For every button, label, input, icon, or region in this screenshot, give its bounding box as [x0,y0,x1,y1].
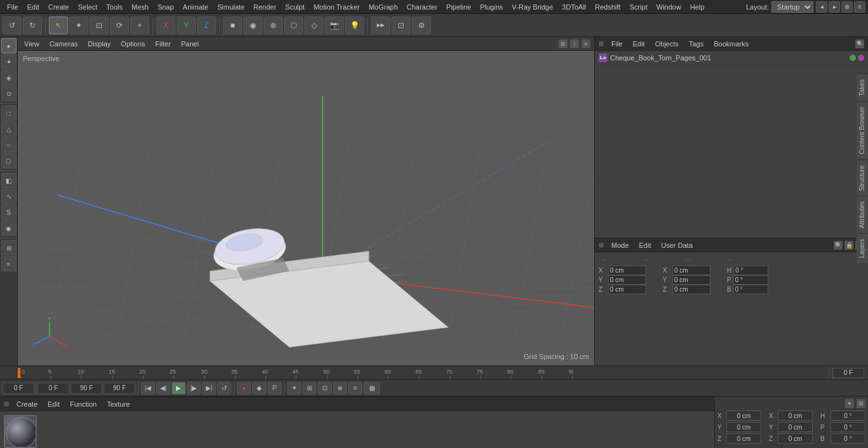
menu-file[interactable]: File [3,2,23,12]
vp-menu-view[interactable]: View [22,39,42,48]
mode-texture-btn[interactable]: ✦ [1,54,17,69]
current-frame-display[interactable] [832,368,864,378]
tool-edge-btn[interactable]: ○ [1,137,17,153]
anim-tool4-btn[interactable]: ⊗ [333,382,347,395]
coord-icon2[interactable]: ⊞ [857,399,865,408]
attr-b-field[interactable]: 0 ° [733,285,768,294]
move-tool-btn[interactable]: ✦ [69,17,88,34]
menu-mograph[interactable]: MoGraph [364,2,402,12]
nav-search-btn[interactable]: ⊕ [841,1,853,13]
anim-tool5-btn[interactable]: ≡ [348,382,362,395]
menu-snap[interactable]: Snap [153,2,179,12]
coord-h-field[interactable] [831,411,865,421]
anim-current-frame-field[interactable] [37,383,69,394]
coord-y2-field[interactable] [778,422,813,432]
axis-z-btn[interactable]: Z [197,17,216,34]
anim-tool2-btn[interactable]: ⊞ [302,382,316,395]
attr-x1-field[interactable]: 0 cm [608,266,646,275]
attr-y2-field[interactable]: 0 cm [672,275,710,285]
nav-fwd-btn[interactable]: ▸ [829,1,840,13]
vp-menu-display[interactable]: Display [85,39,113,48]
spline-btn[interactable]: ◉ [243,17,262,34]
anim-loop-btn[interactable]: ↺ [217,382,231,395]
render-settings-btn[interactable]: ⚙ [412,17,431,34]
obj-menu-file[interactable]: File [609,39,625,48]
tab-attributes[interactable]: Attributes [857,196,868,233]
scale-tool-btn[interactable]: ⊡ [90,17,109,34]
anim-goto-end-btn[interactable]: ▶| [202,382,216,395]
attr-menu-edit[interactable]: Edit [637,241,654,250]
vp-expand-icon[interactable]: ⊞ [559,39,567,48]
attr-h-field[interactable]: 0 ° [733,266,768,275]
anim-play-btn[interactable]: ▶ [172,382,186,395]
dot-editor-visible[interactable] [850,55,856,61]
camera-btn[interactable]: 📷 [325,17,344,34]
vp-menu-cameras[interactable]: Cameras [47,39,81,48]
menu-pipeline[interactable]: Pipeline [442,2,475,12]
attr-x2-field[interactable]: 0 cm [672,266,710,275]
tab-layers[interactable]: Layers [857,233,868,263]
coord-z1-field[interactable] [726,433,761,444]
mat-menu-function[interactable]: Function [67,400,99,409]
undo-btn[interactable]: ↺ [3,17,22,34]
coord-x1-field[interactable] [726,411,761,421]
menu-create[interactable]: Create [44,2,74,12]
material-swatch[interactable] [4,415,37,448]
attr-menu-mode[interactable]: Mode [609,241,632,250]
vp-arrow-icon[interactable]: ↕ [570,39,579,48]
obj-menu-tags[interactable]: Tags [686,39,706,48]
anim-timeline-btn[interactable]: ▦ [363,382,380,395]
menu-motion-tracker[interactable]: Motion Tracker [309,2,364,12]
attr-y1-field[interactable]: 0 cm [608,275,646,285]
attr-p-field[interactable]: 0 ° [733,275,768,285]
redo-btn[interactable]: ↻ [23,17,42,34]
tab-takes[interactable]: Takes [857,74,868,101]
tool-axis-btn[interactable]: ≡ [1,256,17,271]
render-active-btn[interactable]: ⊡ [391,17,410,34]
vp-settings-icon[interactable]: ≡ [581,39,590,48]
attr-search-icon[interactable]: 🔍 [834,241,843,250]
menu-help[interactable]: Help [686,2,709,12]
coord-x2-field[interactable] [778,411,813,421]
vp-menu-options[interactable]: Options [118,39,147,48]
mode-bp-btn[interactable]: ◈ [1,70,17,85]
menu-mesh[interactable]: Mesh [127,2,153,12]
attr-z1-field[interactable]: 0 cm [608,285,646,294]
tool-s-btn[interactable]: S [1,205,17,220]
menu-character[interactable]: Character [402,2,442,12]
tool-point-btn[interactable]: ⬡ [1,153,17,168]
material-item-cheque[interactable]: Cheque [4,415,37,448]
tool-poly-btn[interactable]: △ [1,121,17,137]
menu-plugins[interactable]: Plugins [475,2,507,12]
attr-lock-icon[interactable]: 🔒 [844,241,853,250]
nurbs-btn[interactable]: ⊗ [264,17,283,34]
coord-z2-field[interactable] [778,433,813,444]
menu-tools[interactable]: Tools [102,2,127,12]
rotate-tool-btn[interactable]: ⟳ [110,17,129,34]
layout-select[interactable]: Startup [771,1,813,13]
vp-menu-filter[interactable]: Filter [153,39,173,48]
timeline-scale[interactable]: 0 5 10 15 20 25 30 35 40 45 50 55 60 [20,367,573,379]
select-tool-btn[interactable]: ↖ [49,17,68,34]
anim-tool3-btn[interactable]: ⊡ [318,382,332,395]
anim-step-back-btn[interactable]: ◀| [156,382,170,395]
obj-search-icon[interactable]: 🔍 [855,39,864,48]
anim-auto-key-btn[interactable]: P [268,382,281,395]
coord-y1-field[interactable] [726,422,761,432]
light-btn[interactable]: 💡 [345,17,364,34]
obj-menu-edit[interactable]: Edit [630,39,648,48]
viewport-canvas[interactable]: Perspective Grid Spacing : 10 cm X Y Z [18,51,594,365]
menu-window[interactable]: Window [652,2,686,12]
coord-p-field[interactable] [831,422,865,432]
mode-model-btn[interactable]: ● [1,38,17,53]
mat-menu-create[interactable]: Create [14,400,40,409]
obj-menu-bookmarks[interactable]: Bookmarks [711,39,751,48]
menu-vray[interactable]: V-Ray Bridge [508,2,558,12]
scene-btn[interactable]: ◇ [304,17,323,34]
mat-menu-edit[interactable]: Edit [45,400,62,409]
coord-icon1[interactable]: ✦ [845,399,854,408]
anim-tool1-btn[interactable]: ✦ [287,382,301,395]
nav-back-btn[interactable]: ◂ [816,1,827,13]
cube-btn[interactable]: ■ [223,17,242,34]
attr-menu-userdata[interactable]: User Data [659,241,696,250]
